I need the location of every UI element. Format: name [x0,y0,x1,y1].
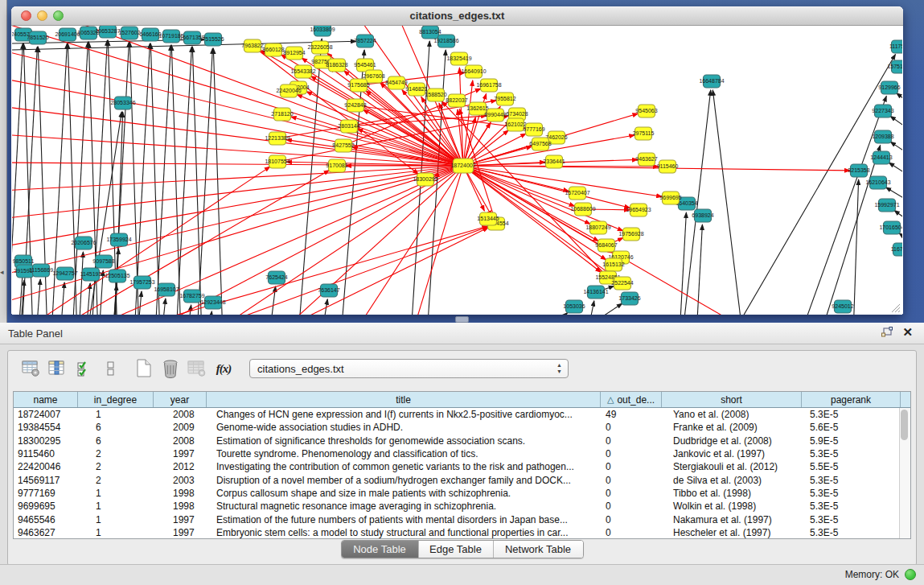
graph-node-label: 6497568 [529,141,551,146]
table-row[interactable]: 1456911722003Disruption of a novel membe… [14,473,910,486]
table-header-row: namein_degreeyeartitle△out_de...shortpag… [14,392,910,408]
graph-node-label: 8454749 [385,80,407,85]
table-row[interactable]: 969969511998Structural magnetic resonanc… [14,500,910,513]
table-panel-title: Table Panel [8,328,63,340]
resize-grip[interactable] [889,302,901,313]
table-cell: 0 [601,422,662,433]
graph-edge[interactable] [28,167,270,315]
table-cell: Structural magnetic resonance image aver… [207,501,601,512]
graph-node-label: 16958107 [154,286,179,292]
table-cell: 5.5E-5 [802,461,901,472]
table-row[interactable]: 911546021997Tourette syndrome. Phenomeno… [14,447,910,460]
graph-edge[interactable] [543,312,568,315]
table-cell: 0 [601,514,662,525]
graph-edge[interactable] [213,227,488,315]
table-cell: 2012 [154,461,207,472]
network-canvas[interactable]: 2405572478515202069140610653281065328715… [12,26,902,315]
table-scrollbar-thumb[interactable] [901,410,908,440]
graph-edge[interactable] [197,48,212,315]
function-builder-icon[interactable]: f(x) [211,357,236,380]
graph-node-label: 7963822 [241,43,263,48]
column-header-in_degree[interactable]: in_degree [78,392,154,407]
select-columns-icon[interactable] [46,357,70,380]
graph-node-label: 8660128 [262,47,284,52]
splitter-handle[interactable] [455,316,469,323]
graph-node-label: 7955812 [494,96,515,101]
column-header-title[interactable]: title [207,392,601,407]
memory-status-icon [905,569,916,580]
table-cell: 18724007 [14,409,78,420]
graph-node-label: 18300295 [413,176,437,182]
table-row[interactable]: 2242004622012Investigating the contribut… [14,460,910,473]
table-cell: 1 [78,409,154,420]
graph-node-label: 15992971 [874,202,899,208]
graph-edge[interactable] [269,286,276,315]
delete-table-icon[interactable] [158,357,183,380]
graph-edge[interactable] [12,50,463,166]
graph-edge[interactable] [358,166,463,315]
column-header-name[interactable]: name [14,392,78,407]
graph-node-label: 23226058 [307,44,332,50]
graph-node-label: 16033809 [310,27,335,32]
graph-node-label: 7857224 [354,38,376,43]
graph-edge[interactable] [12,134,463,166]
table-cell: 5.3E-5 [802,488,901,499]
table-row[interactable]: 1830029562008Estimation of significance … [14,435,910,447]
table-cell: 0 [601,435,662,447]
graph-edge[interactable] [463,166,630,208]
graph-edge[interactable] [587,301,594,315]
graph-edge[interactable] [155,45,170,315]
table-settings-icon[interactable] [19,357,43,380]
table-body: 1872400712008Changes of HCN gene express… [14,408,910,539]
graph-edge[interactable] [463,166,662,196]
network-view[interactable]: 2405572478515202069140610653281065328715… [12,26,902,315]
column-header-year[interactable]: year [154,392,207,407]
table-cell: 14569117 [14,475,78,486]
graph-node-label: 12923448 [200,299,225,305]
close-panel-icon[interactable]: ✕ [902,325,913,340]
graph-edge[interactable] [60,282,64,315]
table-cell: Tibbo et al. (1998) [662,488,802,499]
column-header-pagerank[interactable]: pagerank [802,392,901,407]
table-selector-dropdown[interactable]: citations_edges.txt ▲▼ [249,359,569,378]
table-cell: 2 [78,448,154,459]
column-header-short[interactable]: short [662,392,802,407]
table-cell: Franke et al. (2009) [662,422,802,433]
table-cell: 1998 [154,501,207,512]
table-cell: Embryonic stem cells: a model to study s… [207,527,601,538]
graph-edge[interactable] [12,166,463,275]
deselect-icon[interactable] [99,357,123,380]
table-scrollbar[interactable] [899,408,910,538]
table-row[interactable]: 1938455462009Genome-wide association stu… [14,421,910,434]
graph-edge[interactable] [800,96,886,315]
table-row[interactable]: 946362711997Embryonic stem cells: a mode… [14,526,910,539]
table-row[interactable]: 946554611997Estimation of the future num… [14,513,910,525]
graph-edge[interactable] [897,93,902,130]
tab-edge-table[interactable]: Edge Table [418,541,493,558]
graph-edge[interactable] [680,212,686,315]
column-header-out_de[interactable]: △out_de... [601,392,662,407]
graph-node-label: 19654923 [626,207,651,212]
graph-edge[interactable] [713,90,741,315]
table-cell: Nakamura et al. (1997) [662,514,802,525]
graph-edge[interactable] [36,279,40,315]
tab-node-table[interactable]: Node Table [342,541,418,558]
select-all-icon[interactable] [72,357,97,380]
table-cell: 18300295 [14,435,78,447]
graph-edge[interactable] [853,179,859,315]
graph-edge[interactable] [285,228,488,315]
float-panel-icon[interactable] [881,327,893,342]
graph-edge[interactable] [79,252,83,315]
window-titlebar[interactable]: citations_edges.txt [11,6,903,26]
panel-collapse-arrow[interactable]: ◂ [0,269,4,276]
graph-node-label: 7625424 [265,274,287,280]
graph-edge[interactable] [208,311,211,315]
graph-edge[interactable] [12,166,463,191]
attribute-table[interactable]: namein_degreeyeartitle△out_de...shortpag… [13,391,911,539]
table-row[interactable]: 977716911998Corpus callosum shape and si… [14,487,910,500]
graph-edge[interactable] [162,299,166,315]
graph-edge[interactable] [12,78,463,166]
table-row[interactable]: 1872400712008Changes of HCN gene express… [14,408,910,421]
create-table-icon[interactable] [132,357,156,380]
tab-network-table[interactable]: Network Table [493,541,583,558]
